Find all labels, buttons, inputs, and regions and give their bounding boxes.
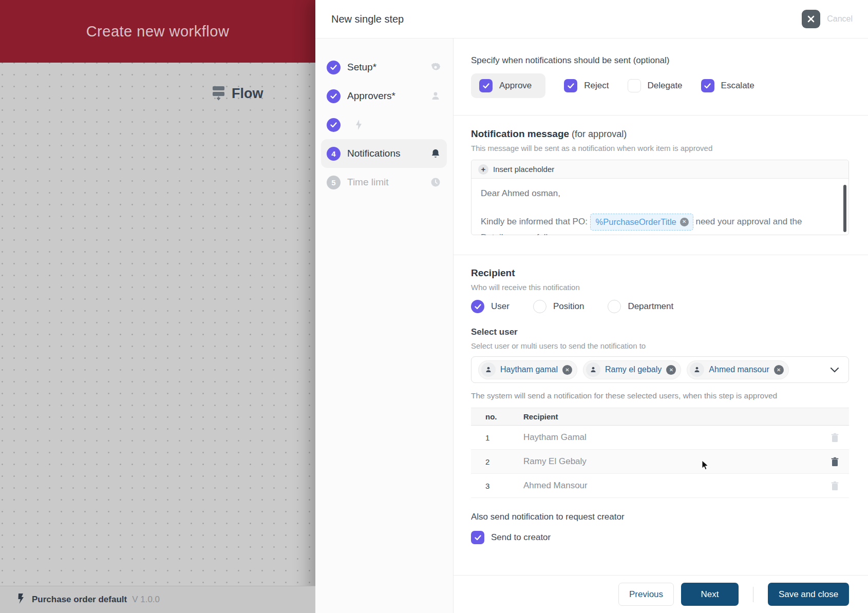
unchecked-checkbox-icon[interactable]: [628, 79, 641, 92]
reject-option[interactable]: Reject: [564, 79, 609, 92]
workflow-page-header: Create new workflow: [0, 0, 315, 63]
editor-toolbar: + Insert placeholder: [471, 160, 848, 179]
placeholder-chip-label: %PurchaseOrderTitle: [596, 215, 676, 228]
person-avatar-icon: [586, 362, 600, 377]
user-chip[interactable]: Ramy el gebaly ✕: [583, 360, 681, 379]
select-user-hint: Select user or multi users to send the n…: [471, 341, 849, 350]
flow-node-label: Flow: [232, 86, 263, 102]
person-avatar-icon: [690, 362, 704, 377]
placeholder-chip[interactable]: %PurchaseOrderTitle✕: [590, 214, 693, 230]
user-chip-name: Ramy el gebaly: [605, 365, 662, 374]
user-chip[interactable]: Ahmed mansour ✕: [687, 360, 788, 379]
approve-label: Approve: [499, 81, 532, 91]
close-button[interactable]: [802, 10, 820, 28]
person-icon: [430, 91, 441, 101]
message-heading-suffix: (for approval): [569, 129, 627, 139]
canvas-dot-grid: [0, 63, 315, 613]
recipient-subheading: Who will receive this notification: [471, 283, 849, 292]
chip-remove-icon[interactable]: ✕: [562, 365, 572, 375]
user-multiselect[interactable]: Haytham gamal ✕ Ramy el gebaly ✕: [471, 356, 849, 383]
save-and-close-button[interactable]: Save and close: [768, 583, 849, 606]
checked-checkbox-icon[interactable]: [479, 79, 493, 92]
close-icon: [807, 15, 815, 23]
multiselect-note: The system will send a notification for …: [471, 391, 849, 400]
bolt-icon: [17, 593, 25, 606]
flow-node[interactable]: Flow: [212, 85, 263, 103]
step-sidebar: Setup* Approvers* 4: [315, 39, 454, 613]
previous-button[interactable]: Previous: [618, 583, 674, 606]
checked-checkbox-icon[interactable]: [701, 79, 714, 92]
message-line-1: Dear Ahmed osman,: [481, 186, 828, 200]
delegate-option[interactable]: Delegate: [628, 79, 683, 92]
select-user-label: Select user: [471, 327, 849, 337]
table-row: 3 Ahmed Mansour: [471, 474, 849, 498]
message-subheading: This message will be sent as a notificat…: [471, 144, 849, 152]
flow-node-icon: [212, 85, 225, 103]
editor-scrollbar-thumb[interactable]: [843, 185, 846, 232]
unselected-radio-icon[interactable]: [533, 300, 546, 313]
escalate-option[interactable]: Escalate: [701, 79, 754, 92]
chevron-down-icon[interactable]: [830, 367, 839, 373]
notify-when-heading: Specify when notifications should be sen…: [471, 55, 849, 66]
user-chip[interactable]: Haytham gamal ✕: [478, 360, 577, 379]
recipients-table: no. Recipient 1 Haytham Gamal 2 Ramy El …: [471, 408, 849, 498]
insert-placeholder-button[interactable]: Insert placeholder: [493, 165, 554, 174]
person-avatar-icon: [481, 362, 496, 377]
canvas-footer-bar: Purchase order default V 1.0.0: [0, 586, 315, 613]
message-textarea[interactable]: Dear Ahmed osman, Kindly be informed tha…: [471, 179, 848, 235]
step-number-badge: 4: [327, 147, 341, 161]
modal-footer: Previous Next Save and close: [454, 575, 868, 613]
selected-radio-icon[interactable]: [471, 300, 484, 313]
sidebar-item-notifications[interactable]: 4 Notifications: [321, 139, 447, 168]
plus-icon[interactable]: +: [478, 164, 488, 175]
step-check-icon: [327, 89, 341, 103]
radio-department[interactable]: Department: [608, 300, 673, 313]
reject-label: Reject: [584, 81, 609, 91]
trash-icon[interactable]: [820, 481, 849, 491]
notify-when-section: Specify when notifications should be sen…: [454, 39, 868, 116]
message-line-2: Kindly be informed that PO: %PurchaseOrd…: [481, 214, 828, 235]
sidebar-item-time-limit[interactable]: 5 Time limit: [321, 168, 447, 197]
sidebar-item-setup[interactable]: Setup*: [321, 53, 447, 82]
step-label: Time limit: [347, 177, 389, 188]
radio-user[interactable]: User: [471, 300, 510, 313]
unselected-radio-icon[interactable]: [608, 300, 621, 313]
radio-position[interactable]: Position: [533, 300, 584, 313]
bell-icon: [430, 148, 441, 159]
placeholder-remove-icon[interactable]: ✕: [680, 218, 689, 226]
modal-main: Specify when notifications should be sen…: [454, 39, 868, 613]
creator-heading: Also send notification to request creato…: [471, 512, 849, 522]
radio-position-label: Position: [553, 301, 584, 312]
user-chip-name: Ahmed mansour: [709, 365, 769, 374]
checked-checkbox-icon[interactable]: [564, 79, 577, 92]
workflow-canvas: Create new workflow Flow Purchase order …: [0, 0, 315, 613]
sidebar-item-actions[interactable]: [321, 110, 447, 139]
modal-header: New single step Cancel: [315, 0, 868, 39]
new-step-modal: New single step Cancel Setup* Approvers*: [315, 0, 868, 613]
checked-checkbox-icon[interactable]: [471, 531, 484, 544]
modal-title: New single step: [331, 13, 802, 25]
cancel-label[interactable]: Cancel: [827, 14, 853, 24]
notification-message-section: Notification message (for approval) This…: [454, 116, 868, 255]
trash-icon[interactable]: [820, 457, 849, 467]
step-label: Approvers*: [347, 90, 395, 102]
trash-icon[interactable]: [820, 433, 849, 443]
send-to-creator-option[interactable]: Send to creator: [471, 531, 849, 544]
next-button[interactable]: Next: [681, 583, 739, 606]
notify-when-options: Approve Reject Delegate: [471, 73, 849, 98]
send-to-creator-label: Send to creator: [491, 532, 551, 543]
gear-icon: [430, 62, 441, 72]
recipient-heading: Recipient: [471, 267, 849, 279]
step-label: Notifications: [347, 148, 401, 159]
workflow-name: Purchase order default: [32, 595, 127, 605]
table-row: 2 Ramy El Gebaly: [471, 450, 849, 474]
message-editor: + Insert placeholder Dear Ahmed osman, K…: [471, 160, 849, 235]
footer-divider: [753, 587, 753, 602]
escalate-label: Escalate: [721, 81, 754, 91]
clock-icon: [430, 177, 441, 187]
chip-remove-icon[interactable]: ✕: [774, 365, 784, 375]
message-heading: Notification message (for approval): [471, 128, 849, 140]
approve-option[interactable]: Approve: [471, 73, 545, 98]
chip-remove-icon[interactable]: ✕: [666, 365, 676, 375]
sidebar-item-approvers[interactable]: Approvers*: [321, 82, 447, 110]
